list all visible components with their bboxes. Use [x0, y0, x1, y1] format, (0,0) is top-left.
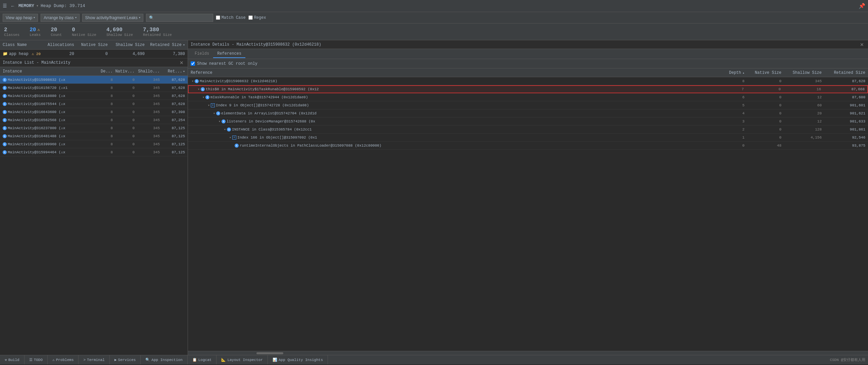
ref-row[interactable]: ▾ i listeners in DeviceManager@315742688…	[188, 118, 868, 126]
bottom-tab-problems[interactable]: ⚠Problems	[48, 355, 79, 364]
references-scroll[interactable]: ▾ i MainActivity@315908632 (0x12d46218) …	[188, 77, 868, 351]
instance-row[interactable]: i MainActivity@315994464 (⚠x 8 0 345 87,…	[0, 148, 188, 156]
ref-retained: 87,628	[822, 79, 865, 83]
instance-row[interactable]: i MainActivity@316562568 (⚠x 8 0 345 87,…	[0, 116, 188, 124]
match-case-checkbox[interactable]	[216, 15, 220, 20]
bottom-tab-app-inspection[interactable]: 🔍App Inspection	[141, 355, 187, 364]
tab-references[interactable]: References	[213, 50, 245, 58]
inst-shallow: 345	[134, 78, 160, 82]
gc-root-checkbox[interactable]	[191, 61, 195, 66]
ref-shallow: 60	[781, 103, 822, 107]
th-class-name: Class Name	[3, 43, 41, 47]
ref-table-header: Reference Depth ▴ Native Size Shallow Si…	[188, 68, 868, 77]
memory-dropdown-arrow[interactable]: ▾	[36, 3, 39, 8]
instance-row[interactable]: i MainActivity@316237800 (⚠x 8 0 345 87,…	[0, 124, 188, 132]
stat-retained: 7,380 Retained Size	[143, 27, 172, 37]
ref-native: 0	[744, 128, 781, 132]
ref-retained: 92,546	[822, 136, 865, 139]
tab-fields[interactable]: Fields	[191, 50, 213, 58]
expand-arrow-icon[interactable]: ▾	[218, 120, 220, 124]
instance-list-scroll[interactable]: i MainActivity@315908632 (⚠x 8 0 345 87,…	[0, 76, 188, 355]
leaks-value-container: 20 ⚠	[30, 27, 40, 33]
instance-row[interactable]: i MainActivity@316481488 (⚠x 8 0 345 87,…	[0, 132, 188, 140]
ref-row[interactable]: ▾ i mIaskRunnable in Task@315742944 (0x1…	[188, 93, 868, 101]
bottom-tab-services[interactable]: ▶Services	[110, 355, 141, 364]
info-icon: i	[206, 95, 210, 99]
instance-details-close-button[interactable]: ✕	[859, 42, 865, 47]
ref-row[interactable]: ▾ i MainActivity@315908632 (0x12d46218) …	[188, 77, 868, 85]
search-input[interactable]	[146, 14, 213, 22]
show-leaks-dropdown[interactable]: Show activity/fragment Leaks ▾	[82, 14, 143, 22]
app-heap-row[interactable]: 📁 app heap ⚠ 20 20 0 4,690 7,380	[0, 49, 188, 58]
ref-row[interactable]: ▾ i this$0 in MainActivity$1TaskRunable@…	[188, 85, 868, 93]
th-shallow-size: Shallow Size	[108, 43, 145, 47]
inst-retained: 87,628	[160, 86, 185, 90]
regex-checkbox-label[interactable]: Regex	[248, 15, 266, 20]
ref-row[interactable]: ▾ i elementData in ArrayList@315742704 (…	[188, 109, 868, 118]
inst-depth: 8	[96, 78, 113, 82]
instance-row[interactable]: i MainActivity@315908632 (⚠x 8 0 345 87,…	[0, 76, 188, 84]
ref-row[interactable]: ▾ ≡ Index 9 in Object[]@315742728 (0x12d…	[188, 101, 868, 109]
expand-arrow-icon[interactable]: ▾	[213, 111, 215, 115]
instance-row[interactable]: i MainActivity@316156720 (⚠x1 8 0 345 87…	[0, 84, 188, 92]
list-icon: ≡	[211, 103, 215, 107]
match-case-checkbox-label[interactable]: Match Case	[216, 15, 246, 20]
ref-name: ▾ i elementData in ArrayList@315742704 (…	[191, 111, 711, 115]
back-button[interactable]: ←	[9, 3, 17, 9]
inst-depth: 8	[96, 110, 113, 114]
instance-label: MainActivity@316643600 (⚠x	[8, 110, 65, 114]
app-heap-shallow: 4,690	[108, 52, 145, 56]
instance-row[interactable]: i MainActivity@316318880 (⚠x 8 0 345 87,…	[0, 92, 188, 100]
hscroll-thumb[interactable]	[256, 352, 283, 354]
ref-shallow: 128	[781, 128, 822, 132]
retained-label: Retained Size	[143, 33, 172, 37]
info-icon: i	[3, 126, 7, 130]
stat-classes: 2 Classes	[4, 27, 20, 37]
inst-retained: 87,125	[160, 142, 185, 146]
instance-row[interactable]: i MainActivity@316075544 (⚠x 8 0 345 87,…	[0, 100, 188, 108]
regex-checkbox[interactable]	[248, 15, 253, 20]
expand-arrow-icon[interactable]: ▾	[203, 95, 205, 99]
bottom-tab-terminal[interactable]: >Terminal	[79, 355, 110, 364]
ref-row[interactable]: ▾ i INSTANCE in Class@315365784 (0x12cc1…	[188, 126, 868, 134]
horizontal-scrollbar[interactable]	[188, 351, 868, 355]
app-heap-retained: 7,380	[145, 52, 185, 56]
ith-retained-label: Ret...	[168, 69, 182, 74]
expand-arrow-icon[interactable]: ▾	[224, 128, 226, 132]
arrange-by-class-dropdown[interactable]: Arrange by class ▾	[41, 14, 79, 22]
ref-shallow: 12	[781, 95, 822, 99]
inst-shallow: 345	[134, 94, 160, 98]
ref-native: 0	[744, 120, 781, 124]
ref-native: 0	[744, 111, 781, 115]
ref-depth: 7	[710, 87, 744, 91]
bottom-tab-layout-inspector[interactable]: 📐Layout Inspector	[217, 355, 268, 364]
inst-retained: 87,628	[160, 94, 185, 98]
instance-label: MainActivity@316237800 (⚠x	[8, 126, 65, 130]
expand-arrow-icon[interactable]: ▾	[198, 87, 200, 91]
expand-arrow-icon[interactable]: ▾	[229, 136, 231, 139]
ref-row[interactable]: ▾ ≡ Index 166 in Object[]@315097092 (0x1…	[188, 134, 868, 141]
info-icon: i	[3, 142, 7, 146]
inst-native: 0	[113, 142, 134, 146]
view-app-heap-dropdown[interactable]: View app heap ▾	[3, 14, 38, 22]
shallow-label: Shallow Size	[106, 33, 133, 37]
ref-name: ▾ i MainActivity@315908632 (0x12d46218)	[191, 79, 711, 83]
bottom-tab-logcat[interactable]: 📋Logcat	[188, 355, 217, 364]
app-heap-warning: ⚠ 20	[32, 52, 41, 56]
instance-row[interactable]: i MainActivity@316399960 (⚠x 8 0 345 87,…	[0, 140, 188, 148]
instance-row[interactable]: i MainActivity@316643600 (⚠x 8 0 345 87,…	[0, 108, 188, 116]
bottom-tab-todo[interactable]: ☰TODO	[25, 355, 48, 364]
pin-icon[interactable]: 📌	[859, 3, 865, 9]
ref-label: runtimeInternalObjects in PathClassLoade…	[240, 143, 381, 147]
instance-list-close-button[interactable]: ✕	[178, 60, 185, 65]
bottom-tab-label: Build	[8, 358, 20, 362]
expand-arrow-icon[interactable]: ▾	[192, 79, 194, 83]
ref-row[interactable]: i runtimeInternalObjects in PathClassLoa…	[188, 141, 868, 150]
inst-shallow: 345	[134, 110, 160, 114]
bottom-tab-build[interactable]: ⚒Build	[0, 355, 25, 364]
bottom-tab-icon: ▶	[115, 358, 117, 362]
stats-bar: 2 Classes 20 ⚠ Leaks 20 Count 0 Native S…	[0, 24, 868, 40]
ref-depth: 4	[711, 111, 744, 115]
expand-arrow-icon[interactable]: ▾	[208, 103, 210, 107]
bottom-tab-app-quality-insights[interactable]: 📊App Quality Insights	[268, 355, 328, 364]
